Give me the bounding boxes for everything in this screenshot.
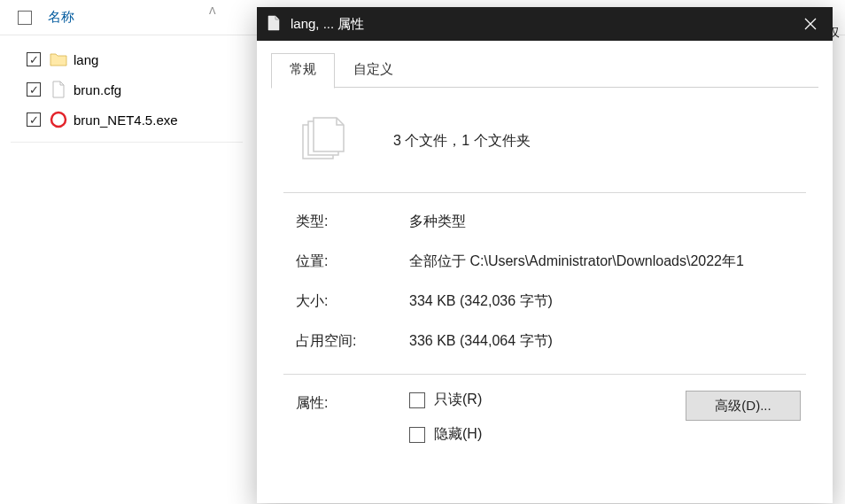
- properties-dialog: lang, ... 属性 常规 自定义 3 个文件，1 个文件夹 类型:: [257, 7, 833, 503]
- type-label: 类型:: [296, 213, 409, 231]
- titlebar[interactable]: lang, ... 属性: [257, 7, 833, 41]
- tabs: 常规 自定义: [257, 41, 833, 88]
- info-section: 类型: 多种类型 位置: 全部位于 C:\Users\Administrator…: [283, 193, 806, 375]
- divider: [11, 142, 243, 143]
- file-name: brun.cfg: [74, 82, 121, 97]
- size-value: 334 KB (342,036 字节): [409, 292, 806, 311]
- summary-row: 3 个文件，1 个文件夹: [283, 104, 806, 193]
- svg-point-0: [51, 112, 66, 127]
- size-label: 大小:: [296, 292, 409, 311]
- file-name: lang: [74, 52, 98, 67]
- location-label: 位置:: [296, 252, 409, 271]
- file-icon: [50, 81, 67, 98]
- readonly-checkbox[interactable]: [409, 392, 425, 408]
- location-value: 全部位于 C:\Users\Administrator\Downloads\20…: [409, 252, 806, 271]
- row-checkbox[interactable]: [27, 82, 41, 97]
- info-row-location: 位置: 全部位于 C:\Users\Administrator\Download…: [296, 252, 806, 271]
- tab-general[interactable]: 常规: [271, 53, 335, 89]
- info-row-disk: 占用空间: 336 KB (344,064 字节): [296, 332, 806, 351]
- file-name: brun_NET4.5.exe: [74, 112, 178, 128]
- document-icon: [267, 15, 282, 33]
- type-value: 多种类型: [409, 213, 806, 231]
- exe-icon: [50, 111, 67, 128]
- summary-text: 3 个文件，1 个文件夹: [393, 132, 531, 151]
- row-checkbox[interactable]: [27, 112, 41, 127]
- folder-icon: [50, 50, 67, 68]
- hidden-checkbox[interactable]: [409, 427, 425, 443]
- readonly-checkbox-row[interactable]: 只读(R): [409, 391, 686, 409]
- select-all-checkbox[interactable]: [18, 11, 32, 25]
- tab-custom[interactable]: 自定义: [335, 53, 412, 88]
- disk-value: 336 KB (344,064 字节): [409, 332, 806, 351]
- sort-ascending-icon: ᐱ: [209, 5, 216, 17]
- disk-label: 占用空间:: [296, 332, 409, 351]
- row-checkbox[interactable]: [27, 52, 41, 66]
- hidden-checkbox-row[interactable]: 隐藏(H): [409, 425, 686, 444]
- dialog-title: lang, ... 属性: [291, 16, 788, 33]
- info-row-size: 大小: 334 KB (342,036 字节): [296, 292, 806, 311]
- readonly-label: 只读(R): [434, 391, 482, 409]
- info-row-type: 类型: 多种类型: [296, 213, 806, 231]
- attributes-section: 属性: 只读(R) 隐藏(H) 高级(D)...: [283, 375, 806, 460]
- close-button[interactable]: [788, 7, 833, 41]
- hidden-label: 隐藏(H): [434, 425, 482, 444]
- attributes-label: 属性:: [296, 391, 409, 460]
- advanced-button[interactable]: 高级(D)...: [686, 391, 801, 421]
- multi-file-icon: [296, 114, 349, 167]
- close-icon: [804, 18, 817, 30]
- column-name-header[interactable]: 名称: [48, 9, 74, 26]
- dialog-body: 3 个文件，1 个文件夹 类型: 多种类型 位置: 全部位于 C:\Users\…: [257, 88, 833, 503]
